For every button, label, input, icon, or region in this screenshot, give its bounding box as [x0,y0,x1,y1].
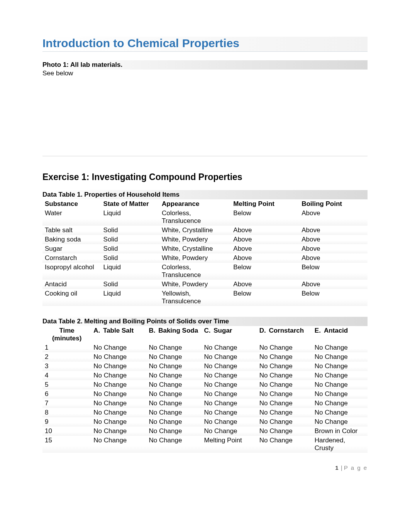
table-cell: White, Powdery [159,253,231,263]
table-cell: Above [231,235,299,244]
table-cell: No Change [202,352,257,362]
table-row: 6No ChangeNo ChangeNo ChangeNo ChangeNo … [42,389,368,399]
table-cell: Liquid [101,263,160,280]
table-cell: Antacid [42,280,101,289]
table-cell: No Change [146,380,202,389]
table1-header: Appearance [159,199,231,209]
table-cell: Above [299,244,368,253]
table-cell: No Change [146,427,202,436]
table2-header: E. Antacid [312,326,368,343]
table-cell: Liquid [101,209,160,226]
table-cell: Liquid [101,289,160,306]
table-cell: 1 [42,343,91,352]
table-cell: Sugar [42,244,101,253]
table-cell: No Change [91,399,146,408]
table-cell: Below [231,209,299,226]
table-cell: White, Crystalline [159,226,231,235]
table-cell: 8 [42,408,91,417]
table-cell: Above [231,226,299,235]
table-cell: No Change [312,362,368,371]
table1-header: Melting Point [231,199,299,209]
photo-caption: Photo 1: All lab materials. [42,60,368,70]
page-footer: 1 | P a g e [42,464,368,471]
table-cell: No Change [91,362,146,371]
table-row: 7No ChangeNo ChangeNo ChangeNo ChangeNo … [42,399,368,408]
page-number: 1 [335,464,338,471]
table-cell: No Change [146,417,202,427]
table-row: AntacidSolidWhite, PowderyAboveAbove [42,280,368,289]
table-row: 9No ChangeNo ChangeNo ChangeNo ChangeNo … [42,417,368,427]
table-cell: No Change [91,436,146,453]
table-cell: 4 [42,371,91,380]
table2-header: A. Table Salt [91,326,146,343]
table1-header-row: Substance State of Matter Appearance Mel… [42,199,368,209]
table2-header: B. Baking Soda [146,326,202,343]
table2-header-time: Time (minutes) [42,326,91,343]
table-row: Baking sodaSolidWhite, PowderyAboveAbove [42,235,368,244]
table2-title: Data Table 2. Melting and Boiling Points… [42,317,368,326]
table-cell: Above [299,209,368,226]
page-separator: | [341,464,344,471]
table-cell: No Change [202,343,257,352]
table-cell: Cooking oil [42,289,101,306]
table-cell: No Change [312,417,368,427]
table-cell: No Change [91,371,146,380]
table-cell: No Change [91,389,146,399]
table-cell: No Change [312,352,368,362]
table-cell: No Change [202,362,257,371]
table-row: 3No ChangeNo ChangeNo ChangeNo ChangeNo … [42,362,368,371]
table-cell: Solid [101,235,160,244]
table-cell: Above [299,280,368,289]
table-cell: White, Powdery [159,280,231,289]
table-cell: No Change [202,417,257,427]
table-cell: Above [299,235,368,244]
table-cell: No Change [146,408,202,417]
table-cell: No Change [146,343,202,352]
table-cell: No Change [257,427,312,436]
table-cell: Solid [101,244,160,253]
table-cell: No Change [257,362,312,371]
table-row: 5No ChangeNo ChangeNo ChangeNo ChangeNo … [42,380,368,389]
table2-header: C. Sugar [202,326,257,343]
table-cell: No Change [257,399,312,408]
table-row: 4No ChangeNo ChangeNo ChangeNo ChangeNo … [42,371,368,380]
table-cell: Yellowish, Transulcence [159,289,231,306]
table-cell: Solid [101,280,160,289]
table-cell: No Change [312,389,368,399]
table-cell: No Change [202,380,257,389]
table-cell: Above [299,253,368,263]
table-cell: Colorless, Translucence [159,263,231,280]
table-cell: Cornstarch [42,253,101,263]
table-cell: Below [231,263,299,280]
table-cell: Water [42,209,101,226]
table-cell: No Change [91,408,146,417]
table-row: Table saltSolidWhite, CrystallineAboveAb… [42,226,368,235]
table-row: CornstarchSolidWhite, PowderyAboveAbove [42,253,368,263]
table-cell: No Change [257,389,312,399]
table-cell: No Change [257,371,312,380]
table-cell: 5 [42,380,91,389]
table-cell: Below [231,289,299,306]
page-label: P a g e [344,464,368,471]
table-row: 2No ChangeNo ChangeNo ChangeNo ChangeNo … [42,352,368,362]
table-cell: No Change [202,399,257,408]
table-cell: 15 [42,436,91,453]
table-cell: 9 [42,417,91,427]
table1-title: Data Table 1. Properties of Household It… [42,190,368,199]
table1: Substance State of Matter Appearance Mel… [42,199,368,306]
table-cell: No Change [257,343,312,352]
table-cell: No Change [91,427,146,436]
table-cell: No Change [91,352,146,362]
table1-header: Substance [42,199,101,209]
table-cell: Hardened, Crusty [312,436,368,453]
table2: Time (minutes) A. Table Salt B. Baking S… [42,326,368,453]
table-cell: No Change [202,389,257,399]
table-cell: 10 [42,427,91,436]
table-cell: No Change [146,371,202,380]
table-cell: 6 [42,389,91,399]
table1-header: Boiling Point [299,199,368,209]
table-cell: No Change [312,371,368,380]
table-cell: No Change [312,380,368,389]
table-cell: Solid [101,226,160,235]
table-row: 8No ChangeNo ChangeNo ChangeNo ChangeNo … [42,408,368,417]
